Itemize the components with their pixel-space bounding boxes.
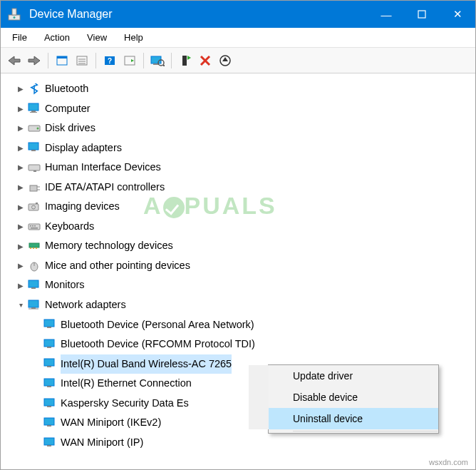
chevron-right-icon[interactable]: ▶ — [15, 220, 26, 233]
context-disable-device[interactable]: Disable device — [249, 387, 438, 408]
tree-item-imaging[interactable]: ▶Imaging devices — [15, 197, 472, 217]
tree-label: Monitors — [45, 275, 85, 295]
svg-text:?: ? — [108, 57, 112, 65]
svg-rect-47 — [30, 247, 31, 249]
tree-label: Memory technology devices — [45, 236, 173, 256]
tree-label: Intel(R) Ethernet Connection — [61, 374, 192, 394]
scan-hardware-button[interactable] — [148, 51, 167, 70]
context-uninstall-device[interactable]: Uninstall device — [249, 408, 438, 429]
tree-label: Human Interface Devices — [45, 158, 161, 178]
svg-rect-69 — [44, 438, 54, 445]
tree-item-keyboards[interactable]: ▶Keyboards — [15, 217, 472, 237]
svg-rect-46 — [29, 243, 39, 247]
keyboard-icon — [26, 220, 42, 233]
tree-item-display[interactable]: ▶Display adapters — [15, 138, 472, 158]
svg-rect-52 — [29, 280, 38, 287]
tree-item-bluetooth[interactable]: ▶Bluetooth — [15, 79, 472, 99]
svg-rect-27 — [31, 111, 36, 112]
network-adapter-icon — [42, 377, 58, 390]
show-hidden-button[interactable] — [53, 51, 71, 70]
tree-label: Computer — [45, 99, 90, 119]
forward-button[interactable] — [25, 51, 43, 70]
chevron-right-icon[interactable]: ▶ — [15, 259, 26, 272]
tree-label: Mice and other pointing devices — [45, 256, 190, 276]
svg-rect-20 — [182, 56, 187, 66]
tree-item-ide[interactable]: ▶IDE ATA/ATAPI controllers — [15, 178, 472, 198]
bluetooth-icon — [26, 83, 42, 96]
svg-rect-28 — [30, 112, 37, 113]
memory-icon — [26, 240, 42, 252]
chevron-right-icon[interactable]: ▶ — [15, 180, 26, 194]
update-driver-button[interactable] — [216, 51, 234, 70]
svg-rect-59 — [44, 339, 54, 347]
action-button[interactable] — [120, 51, 139, 70]
menu-view[interactable]: View — [78, 29, 115, 46]
source-label: wsxdn.com — [429, 458, 468, 466]
network-adapter-icon — [42, 436, 58, 449]
network-adapter-icon — [42, 357, 58, 370]
svg-rect-26 — [29, 103, 38, 111]
svg-rect-43 — [32, 225, 33, 227]
svg-rect-65 — [44, 399, 54, 406]
menu-file[interactable]: File — [4, 29, 36, 46]
menu-action[interactable]: Action — [36, 29, 78, 46]
back-button[interactable] — [5, 51, 24, 70]
context-update-driver[interactable]: Update driver — [249, 365, 438, 387]
context-menu: Update driver Disable device Uninstall d… — [268, 364, 439, 434]
svg-rect-35 — [30, 185, 37, 191]
svg-rect-68 — [47, 425, 51, 426]
tree-item-mice[interactable]: ▶Mice and other pointing devices — [15, 256, 472, 276]
maximize-button[interactable] — [404, 1, 440, 28]
toolbar: ? — [1, 48, 475, 73]
tree-item-monitors[interactable]: ▶Monitors — [15, 275, 472, 295]
chevron-down-icon[interactable]: ▾ — [15, 298, 26, 312]
svg-marker-15 — [131, 59, 134, 62]
svg-rect-66 — [47, 406, 51, 407]
svg-rect-42 — [30, 225, 31, 227]
chevron-right-icon[interactable]: ▶ — [15, 82, 26, 96]
window-title: Device Manager — [29, 8, 113, 21]
tree-item-hid[interactable]: ▶Human Interface Devices — [15, 158, 472, 178]
tree-label: Disk drives — [45, 118, 95, 138]
chevron-right-icon[interactable]: ▶ — [15, 121, 26, 135]
svg-line-19 — [163, 65, 165, 66]
svg-rect-31 — [29, 143, 38, 150]
display-icon — [26, 141, 42, 154]
device-bt-pan[interactable]: Bluetooth Device (Personal Area Network) — [42, 315, 472, 335]
help-button[interactable]: ? — [100, 51, 119, 70]
tree-item-memory[interactable]: ▶Memory technology devices — [15, 236, 472, 256]
camera-icon — [26, 200, 42, 213]
chevron-right-icon[interactable]: ▶ — [15, 279, 26, 292]
chevron-right-icon[interactable]: ▶ — [15, 102, 26, 116]
close-button[interactable]: ✕ — [440, 1, 475, 28]
tree-item-disk[interactable]: ▶Disk drives — [15, 118, 472, 138]
network-adapter-icon — [42, 318, 58, 331]
svg-rect-67 — [44, 418, 54, 425]
svg-rect-33 — [29, 165, 40, 170]
svg-rect-62 — [47, 366, 51, 367]
chevron-right-icon[interactable]: ▶ — [15, 141, 26, 155]
svg-rect-64 — [47, 386, 51, 387]
svg-point-30 — [37, 127, 39, 129]
network-icon — [26, 299, 42, 312]
device-bt-rfcomm[interactable]: Bluetooth Device (RFCOMM Protocol TDI) — [42, 334, 472, 354]
chevron-right-icon[interactable]: ▶ — [15, 200, 26, 214]
tree-label: Keyboards — [45, 217, 94, 237]
chevron-right-icon[interactable]: ▶ — [15, 160, 26, 174]
tree-item-network-adapters[interactable]: ▾Network adapters — [15, 295, 472, 315]
tree-item-computer[interactable]: ▶Computer — [15, 99, 472, 119]
uninstall-button[interactable] — [196, 51, 214, 70]
svg-marker-21 — [187, 56, 191, 60]
menu-help[interactable]: Help — [115, 29, 152, 46]
svg-rect-32 — [31, 150, 36, 151]
svg-marker-25 — [222, 57, 228, 61]
device-wan-ip[interactable]: WAN Miniport (IP) — [42, 433, 472, 453]
minimize-button[interactable]: — — [368, 1, 404, 28]
svg-marker-5 — [29, 56, 40, 65]
add-legacy-button[interactable] — [176, 51, 195, 70]
svg-rect-45 — [31, 228, 38, 229]
tree-label: Intel(R) Dual Band Wireless-AC 7265 — [61, 354, 232, 374]
properties-button[interactable] — [73, 51, 91, 70]
chevron-right-icon[interactable]: ▶ — [15, 240, 26, 253]
svg-rect-57 — [44, 320, 54, 327]
